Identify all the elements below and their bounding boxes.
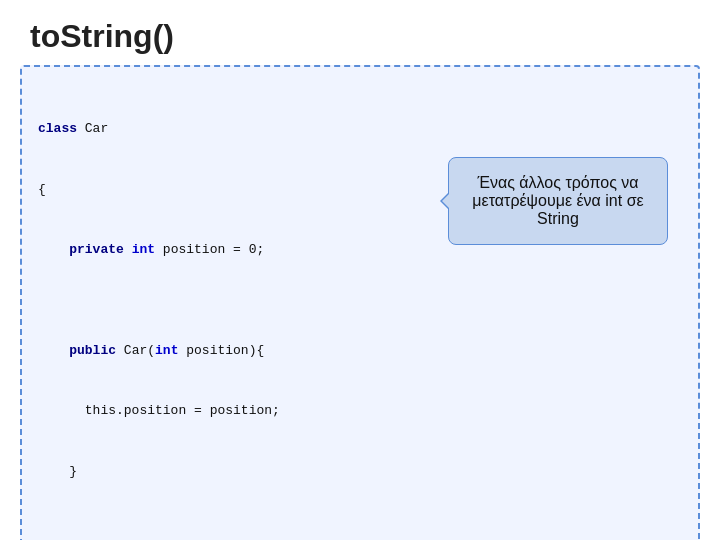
page-title: toString() xyxy=(0,0,720,65)
code-block: class Car { private int position = 0; pu… xyxy=(38,79,682,540)
tooltip-bubble: Ένας άλλος τρόπος να μετατρέψουμε ένα in… xyxy=(448,157,668,245)
code-container: class Car { private int position = 0; pu… xyxy=(20,65,700,540)
